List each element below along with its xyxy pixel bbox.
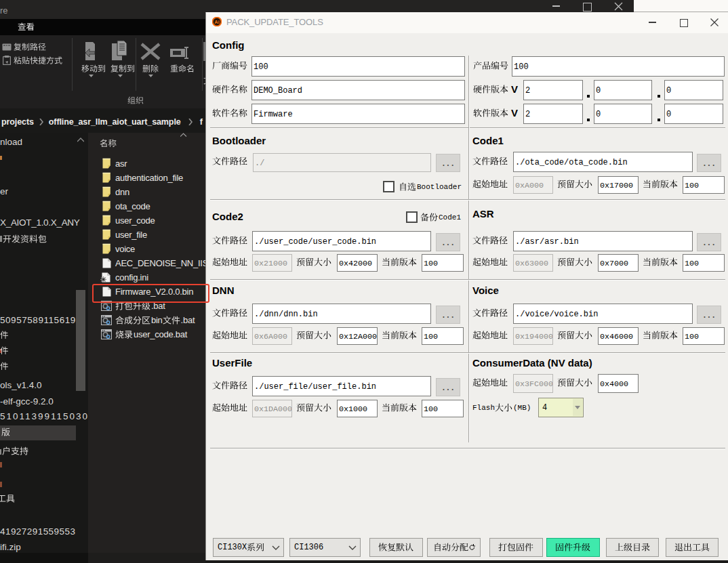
svg-text:Ai: Ai xyxy=(214,19,220,25)
